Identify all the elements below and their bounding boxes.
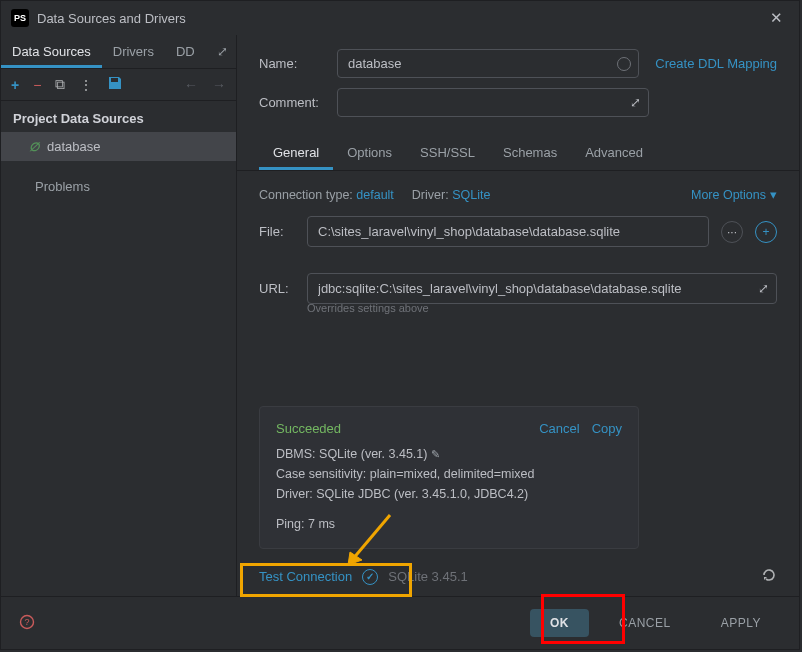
remove-button[interactable]: − [33,77,41,93]
driver-link[interactable]: SQLite [452,188,490,202]
tree-item-label: database [47,139,101,154]
tab-advanced[interactable]: Advanced [571,135,657,170]
driver-line: Driver: SQLite JDBC (ver. 3.45.1.0, JDBC… [276,484,622,504]
tab-schemas[interactable]: Schemas [489,135,571,170]
help-icon[interactable]: ? [19,614,35,633]
edit-icon[interactable]: ✎ [431,448,440,460]
file-label: File: [259,224,295,239]
section-project: Project Data Sources [1,101,236,132]
name-input[interactable] [337,49,639,78]
forward-icon[interactable]: → [212,77,226,93]
section-problems[interactable]: Problems [1,161,236,200]
expand-url-icon[interactable]: ⤢ [758,281,769,296]
sidebar: Data Sources Drivers DD ⤢ + − ⧉ ⋮ ← → Pr… [1,35,237,596]
name-label: Name: [259,56,327,71]
tab-data-sources[interactable]: Data Sources [1,35,102,68]
app-icon: PS [11,9,29,27]
color-indicator-icon[interactable] [617,57,631,71]
apply-button[interactable]: APPLY [701,609,781,637]
copy-icon[interactable]: ⧉ [55,76,65,93]
dialog-title: Data Sources and Drivers [37,11,756,26]
database-icon: ∅ [29,140,39,154]
case-line: Case sensitivity: plain=mixed, delimited… [276,464,622,484]
add-button[interactable]: + [11,77,19,93]
save-icon[interactable] [107,75,123,94]
back-icon[interactable]: ← [184,77,198,93]
expand-icon[interactable]: ⤢ [209,44,236,59]
ping-line: Ping: 7 ms [276,514,622,534]
test-connection-link[interactable]: Test Connection [259,569,352,584]
close-icon[interactable]: ✕ [764,7,789,29]
add-file-button[interactable]: + [755,221,777,243]
url-label: URL: [259,281,295,296]
check-success-icon: ✓ [362,569,378,585]
svg-text:?: ? [24,617,29,627]
refresh-icon[interactable] [761,567,777,586]
test-result-box: Succeeded Cancel Copy DBMS: SQLite (ver.… [259,406,639,549]
create-ddl-link[interactable]: Create DDL Mapping [649,56,777,71]
browse-button[interactable]: ··· [721,221,743,243]
tab-ddl[interactable]: DD [165,35,206,68]
more-icon[interactable]: ⋮ [79,77,93,93]
comment-input[interactable] [337,88,649,117]
tab-drivers[interactable]: Drivers [102,35,165,68]
connection-type: Connection type: default [259,188,394,202]
driver-label: Driver: SQLite [412,188,491,202]
tab-general[interactable]: General [259,135,333,170]
expand-comment-icon[interactable]: ⤢ [630,95,641,110]
url-input[interactable] [307,273,777,304]
more-options-link[interactable]: More Options▾ [691,187,777,202]
ok-button[interactable]: OK [530,609,589,637]
dbms-line: DBMS: SQLite (ver. 3.45.1)✎ [276,444,622,464]
chevron-down-icon: ▾ [770,187,777,202]
copy-link[interactable]: Copy [592,421,622,436]
tree-item-database[interactable]: ∅ database [1,132,236,161]
main-panel: Name: Create DDL Mapping Comment: ⤢ [237,35,799,596]
comment-label: Comment: [259,95,327,110]
driver-version: SQLite 3.45.1 [388,569,468,584]
file-input[interactable] [307,216,709,247]
tab-ssh[interactable]: SSH/SSL [406,135,489,170]
titlebar: PS Data Sources and Drivers ✕ [1,1,799,35]
cancel-button[interactable]: CANCEL [599,609,691,637]
status-succeeded: Succeeded [276,421,341,436]
cancel-link[interactable]: Cancel [539,421,579,436]
tab-options[interactable]: Options [333,135,406,170]
